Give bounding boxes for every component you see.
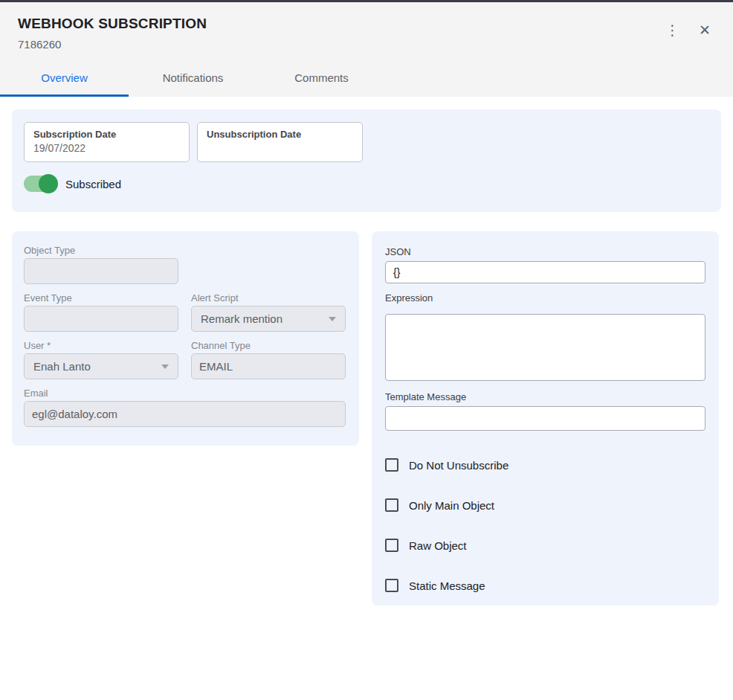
expression-label: Expression — [385, 292, 705, 304]
chevron-down-icon — [161, 365, 169, 369]
dialog-header: WEBHOOK SUBSCRIPTION 7186260 ⋮ ✕ Overvie… — [0, 2, 733, 97]
toggle-knob-icon — [39, 174, 58, 193]
tab-comments[interactable]: Comments — [257, 62, 386, 97]
checkbox-icon — [385, 458, 398, 472]
alert-script-label: Alert Script — [191, 292, 346, 304]
alert-script-value: Remark mention — [201, 312, 282, 325]
checkbox-label: Static Message — [409, 579, 485, 592]
kebab-menu-icon: ⋮ — [665, 23, 679, 37]
date-row: Subscription Date 19/07/2022 Unsubscript… — [24, 122, 709, 162]
expression-input[interactable] — [385, 314, 705, 381]
user-group: User * Enah Lanto — [24, 340, 178, 379]
overview-tab-content: Subscription Date 19/07/2022 Unsubscript… — [0, 97, 733, 606]
checkbox-do-not-unsubscribe[interactable]: Do Not Unsubscribe — [385, 458, 705, 472]
page-title: WEBHOOK SUBSCRIPTION — [18, 16, 715, 32]
subscription-panel: Subscription Date 19/07/2022 Unsubscript… — [12, 109, 721, 212]
subscription-date-value: 19/07/2022 — [33, 142, 180, 155]
tab-notifications[interactable]: Notifications — [129, 62, 257, 97]
tab-bar: Overview Notifications Comments — [0, 62, 733, 97]
user-select[interactable]: Enah Lanto — [24, 353, 178, 379]
user-label: User * — [24, 340, 178, 351]
subscribed-toggle[interactable] — [24, 176, 57, 192]
tab-overview[interactable]: Overview — [0, 62, 129, 97]
channel-type-label: Channel Type — [191, 340, 346, 351]
header-actions: ⋮ ✕ — [659, 19, 717, 42]
details-panel: Object Type Event Type Alert Script Rema… — [12, 231, 359, 446]
event-type-input[interactable] — [24, 306, 178, 332]
unsubscription-date-label: Unsubscription Date — [207, 129, 353, 140]
alert-script-group: Alert Script Remark mention — [191, 292, 346, 332]
checkbox-label: Raw Object — [409, 539, 467, 552]
email-label: Email — [24, 388, 346, 399]
checkbox-only-main-object[interactable]: Only Main Object — [385, 498, 705, 512]
record-id: 7186260 — [18, 38, 715, 51]
object-type-group: Object Type — [24, 245, 178, 284]
close-icon: ✕ — [699, 23, 711, 37]
checkbox-label: Only Main Object — [409, 499, 494, 512]
user-value: Enah Lanto — [33, 360, 91, 373]
checkbox-label: Do Not Unsubscribe — [409, 459, 508, 472]
subscription-date-field[interactable]: Subscription Date 19/07/2022 — [24, 122, 190, 162]
more-options-button[interactable]: ⋮ — [659, 19, 685, 42]
checkbox-static-message[interactable]: Static Message — [385, 579, 705, 592]
json-label: JSON — [385, 246, 705, 257]
checkbox-icon — [385, 498, 398, 512]
json-input[interactable] — [385, 261, 705, 283]
email-group: Email — [24, 388, 346, 427]
object-type-input[interactable] — [24, 258, 178, 284]
alert-script-select[interactable]: Remark mention — [191, 306, 346, 332]
close-button[interactable]: ✕ — [693, 19, 717, 42]
form-columns: Object Type Event Type Alert Script Rema… — [12, 231, 721, 606]
template-message-label: Template Message — [385, 391, 705, 402]
unsubscription-date-field[interactable]: Unsubscription Date — [197, 122, 363, 162]
template-message-input[interactable] — [385, 406, 705, 431]
subscription-date-label: Subscription Date — [33, 129, 180, 140]
email-field[interactable] — [24, 401, 346, 427]
chevron-down-icon — [329, 317, 336, 321]
template-message-group: Template Message — [385, 391, 705, 431]
message-panel: JSON Expression Template Message Do Not … — [372, 231, 719, 606]
checkbox-raw-object[interactable]: Raw Object — [385, 539, 705, 552]
checkbox-icon — [385, 539, 398, 552]
unsubscription-date-value — [207, 142, 353, 155]
channel-type-group: Channel Type — [191, 340, 346, 379]
event-type-label: Event Type — [24, 292, 178, 304]
json-group: JSON — [385, 246, 705, 283]
subscribed-toggle-label: Subscribed — [65, 178, 121, 190]
channel-type-input[interactable] — [191, 353, 346, 379]
checkbox-icon — [385, 579, 398, 592]
event-type-group: Event Type — [24, 292, 178, 332]
subscribed-toggle-row: Subscribed — [24, 173, 709, 194]
object-type-label: Object Type — [24, 245, 178, 256]
